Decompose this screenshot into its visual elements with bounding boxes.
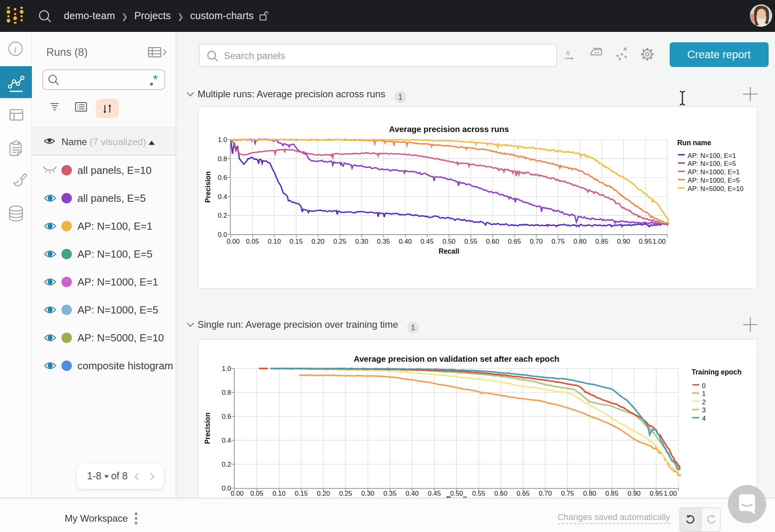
svg-text:x: x (565, 47, 570, 57)
svg-text:*: * (153, 72, 158, 86)
svg-text:i: i (14, 44, 17, 55)
